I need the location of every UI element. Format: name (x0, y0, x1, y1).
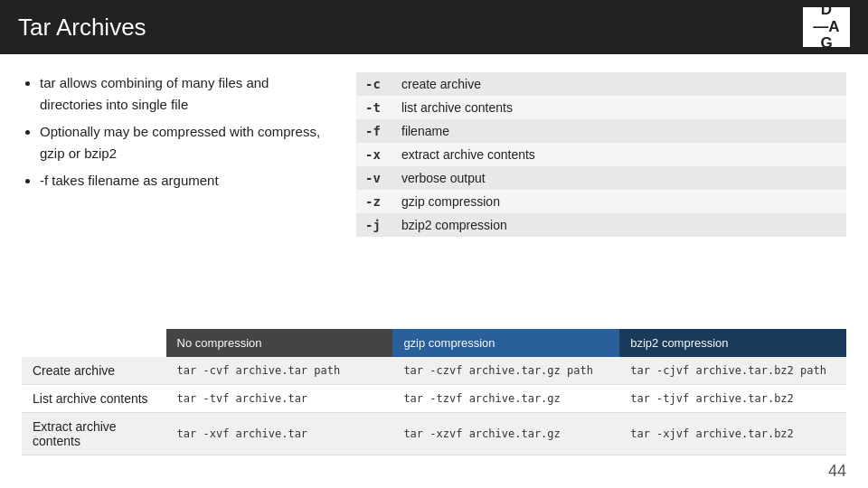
flag-desc: gzip compression (392, 190, 846, 213)
flag-row: -f filename (356, 119, 846, 143)
comparison-table: No compressiongzip compressionbzip2 comp… (22, 329, 846, 455)
bzip2-cmd: tar -cjvf archive.tar.bz2 path (619, 357, 846, 385)
flag-key: -z (356, 190, 392, 213)
no-compression-cmd: tar -xvf archive.tar (166, 413, 393, 455)
gzip-cmd: tar -xzvf archive.tar.gz (392, 413, 619, 455)
page-title: Tar Archives (18, 14, 146, 42)
list-item: Optionally may be compressed with compre… (40, 121, 329, 164)
comparison-section: No compressiongzip compressionbzip2 comp… (0, 329, 868, 455)
flag-key: -j (356, 213, 392, 237)
flag-row: -t list archive contents (356, 96, 846, 119)
flag-row: -v verbose output (356, 166, 846, 190)
no-compression-cmd: tar -cvf archive.tar path (166, 357, 393, 385)
col-header-2: gzip compression (392, 329, 619, 357)
flag-desc: filename (392, 119, 846, 143)
bullet-list: tar allows combining of many files and d… (22, 72, 329, 192)
flag-desc: list archive contents (392, 96, 846, 119)
bzip2-cmd: tar -tjvf archive.tar.bz2 (619, 385, 846, 413)
comparison-row: Extract archive contents tar -xvf archiv… (22, 413, 846, 455)
row-label: Create archive (22, 357, 166, 385)
no-compression-cmd: tar -tvf archive.tar (166, 385, 393, 413)
row-label: List archive contents (22, 385, 166, 413)
page-number: 44 (828, 462, 846, 481)
col-header-3: bzip2 compression (619, 329, 846, 357)
flag-key: -x (356, 143, 392, 166)
col-header-1: No compression (166, 329, 393, 357)
flag-key: -c (356, 72, 392, 96)
logo: D—AG (803, 7, 850, 47)
comparison-row: Create archive tar -cvf archive.tar path… (22, 357, 846, 385)
flag-desc: extract archive contents (392, 143, 846, 166)
row-label: Extract archive contents (22, 413, 166, 455)
flag-row: -j bzip2 compression (356, 213, 846, 237)
flags-table: -c create archive -t list archive conten… (356, 72, 846, 237)
header: Tar Archives D—AG (0, 0, 868, 54)
flag-desc: create archive (392, 72, 846, 96)
flag-key: -v (356, 166, 392, 190)
comparison-row: List archive contents tar -tvf archive.t… (22, 385, 846, 413)
gzip-cmd: tar -tzvf archive.tar.gz (392, 385, 619, 413)
flag-row: -x extract archive contents (356, 143, 846, 166)
col-header-0 (22, 329, 166, 357)
gzip-cmd: tar -czvf archive.tar.gz path (392, 357, 619, 385)
flag-key: -t (356, 96, 392, 119)
flag-desc: bzip2 compression (392, 213, 846, 237)
flag-row: -z gzip compression (356, 190, 846, 213)
list-item: tar allows combining of many files and d… (40, 72, 329, 116)
bzip2-cmd: tar -xjvf archive.tar.bz2 (619, 413, 846, 455)
flag-row: -c create archive (356, 72, 846, 96)
flag-desc: verbose output (392, 166, 846, 190)
list-item: -f takes filename as argument (40, 170, 329, 192)
flag-key: -f (356, 119, 392, 143)
